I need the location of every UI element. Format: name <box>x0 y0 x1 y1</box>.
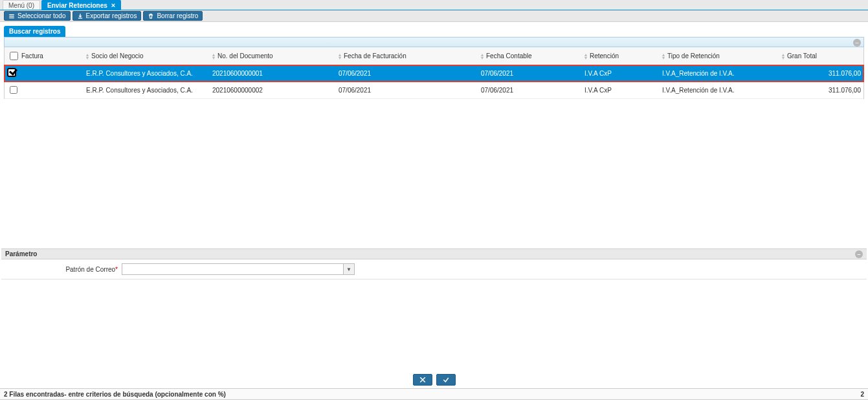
select-all-label: Seleccionar todo <box>17 12 66 19</box>
export-button[interactable]: Exportar registros <box>72 11 142 21</box>
parameter-section: Parámetro – Patrón de Correo* ▼ <box>0 248 868 279</box>
search-records-button[interactable]: Buscar registros <box>4 26 65 37</box>
search-row: Buscar registros <box>0 22 868 37</box>
sort-icon: ▴▾ <box>339 53 341 60</box>
table-row[interactable]: E.R.P. Consultores y Asociados, C.A.2021… <box>5 65 863 82</box>
table-header-row: Factura ▴▾Socio del Negocio ▴▾No. del Do… <box>5 47 863 65</box>
parameter-header: Parámetro – <box>1 248 867 259</box>
col-retencion-label: Retención <box>590 52 619 60</box>
mail-pattern-field: Patrón de Correo* ▼ <box>5 263 863 275</box>
list-icon <box>8 13 15 19</box>
cell-tipo-ret: I.V.A_Retención de I.V.A. <box>660 65 779 82</box>
cell-socio: E.R.P. Consultores y Asociados, C.A. <box>83 65 210 82</box>
sort-icon: ▴▾ <box>481 53 484 60</box>
export-label: Exportar registros <box>86 12 137 19</box>
tab-menu-label: Menú (0) <box>8 2 34 9</box>
search-records-label: Buscar registros <box>9 28 60 35</box>
cell-fecha-cont: 07/06/2021 <box>478 82 582 99</box>
delete-label: Borrar registro <box>157 12 198 19</box>
required-asterisk: * <box>115 266 118 273</box>
toolbar: Seleccionar todo Exportar registros Borr… <box>0 10 868 22</box>
col-docno-label: No. del Documento <box>217 52 273 60</box>
check-icon <box>441 376 451 384</box>
tab-menu[interactable]: Menú (0) <box>3 0 40 10</box>
cell-fecha-fact: 07/06/2021 <box>336 65 478 82</box>
cell-docno: 20210600000001 <box>210 65 336 82</box>
footer-buttons <box>0 374 868 386</box>
sort-icon: ▴▾ <box>662 53 665 60</box>
cell-gran-total: 311.076,00 <box>779 65 863 82</box>
export-icon <box>77 13 83 19</box>
cancel-button[interactable] <box>413 374 432 386</box>
col-factura[interactable]: Factura <box>19 47 83 65</box>
sort-icon: ▴▾ <box>782 53 785 60</box>
mail-pattern-combo[interactable]: ▼ <box>122 263 355 275</box>
mail-pattern-label: Patrón de Correo* <box>5 266 122 273</box>
col-socio-label: Socio del Negocio <box>91 52 144 60</box>
results-panel-header: – <box>4 37 864 47</box>
status-bar: 2 Filas encontradas- entre criterios de … <box>0 388 868 400</box>
close-icon[interactable]: × <box>111 2 115 9</box>
collapse-icon[interactable]: – <box>855 250 863 258</box>
cell-retencion: I.V.A CxP <box>582 65 660 82</box>
col-retencion[interactable]: ▴▾Retención <box>582 47 660 65</box>
delete-button[interactable]: Borrar registro <box>143 11 203 21</box>
cell-tipo-ret: I.V.A_Retención de I.V.A. <box>660 82 779 99</box>
cell-fecha-cont: 07/06/2021 <box>478 65 582 82</box>
col-fecha-fact[interactable]: ▴▾Fecha de Facturación <box>336 47 478 65</box>
col-socio[interactable]: ▴▾Socio del Negocio <box>83 47 210 65</box>
parameter-title: Parámetro <box>5 250 37 257</box>
sort-icon: ▴▾ <box>584 53 587 60</box>
cell-gran-total: 311.076,00 <box>779 82 863 99</box>
cell-retencion: I.V.A CxP <box>582 82 660 99</box>
results-panel: – Factura ▴▾Socio del N <box>4 37 864 99</box>
col-gran-total-label: Gran Total <box>787 52 817 60</box>
col-factura-label: Factura <box>21 52 43 60</box>
col-fecha-cont-label: Fecha Contable <box>486 52 532 60</box>
cell-factura <box>19 65 83 82</box>
mail-pattern-input[interactable] <box>122 263 343 275</box>
row-checkbox-cell[interactable] <box>5 82 19 99</box>
results-table: Factura ▴▾Socio del Negocio ▴▾No. del Do… <box>5 47 863 99</box>
col-checkbox[interactable] <box>5 47 19 65</box>
col-gran-total[interactable]: ▴▾Gran Total <box>779 47 863 65</box>
sort-icon: ▴▾ <box>86 53 89 60</box>
table-row[interactable]: E.R.P. Consultores y Asociados, C.A.2021… <box>5 82 863 99</box>
status-text: 2 Filas encontradas- entre criterios de … <box>4 391 226 398</box>
close-icon <box>418 376 427 384</box>
status-count: 2 <box>860 391 864 398</box>
col-tipo-ret-label: Tipo de Retención <box>667 52 720 60</box>
parameter-body: Patrón de Correo* ▼ <box>1 259 867 279</box>
collapse-icon[interactable]: – <box>853 39 861 47</box>
row-checkbox-cell[interactable] <box>5 65 19 82</box>
row-checkbox[interactable] <box>7 68 16 77</box>
select-all-button[interactable]: Seleccionar todo <box>4 11 71 21</box>
ok-button[interactable] <box>436 374 456 386</box>
col-fecha-fact-label: Fecha de Facturación <box>344 52 406 60</box>
cell-fecha-fact: 07/06/2021 <box>336 82 478 99</box>
cell-factura <box>19 82 83 99</box>
col-docno[interactable]: ▴▾No. del Documento <box>210 47 336 65</box>
cell-socio: E.R.P. Consultores y Asociados, C.A. <box>83 82 210 99</box>
trash-icon <box>148 13 154 19</box>
col-tipo-ret[interactable]: ▴▾Tipo de Retención <box>660 47 779 65</box>
tab-bar: Menú (0) Enviar Retenciones × <box>0 0 868 10</box>
chevron-down-icon[interactable]: ▼ <box>343 263 355 275</box>
select-all-checkbox[interactable] <box>10 52 18 60</box>
col-fecha-cont[interactable]: ▴▾Fecha Contable <box>478 47 582 65</box>
cell-docno: 20210600000002 <box>210 82 336 99</box>
row-checkbox[interactable] <box>10 86 17 94</box>
sort-icon: ▴▾ <box>212 53 215 60</box>
tab-active-label: Enviar Retenciones <box>47 2 107 9</box>
tab-enviar-retenciones[interactable]: Enviar Retenciones × <box>41 0 121 10</box>
